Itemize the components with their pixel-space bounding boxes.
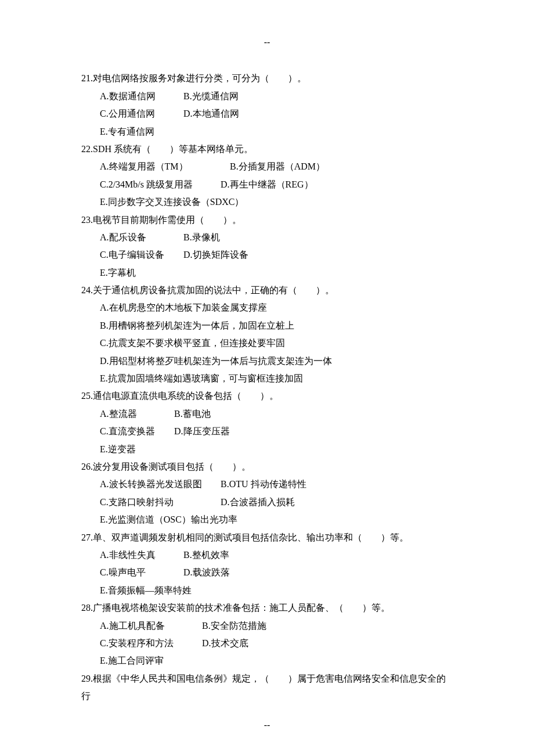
question-number: 27. <box>81 532 93 542</box>
question-stem: 23.电视节目前期制作需使用（ ）。 <box>81 211 453 229</box>
option: C.安装程序和方法 <box>100 635 202 652</box>
option: D.再生中继器（REG） <box>221 176 313 193</box>
page-content: -- 21.对电信网络按服务对象进行分类，可分为（ ）。A.数据通信网B.光缆通… <box>0 0 534 756</box>
question: 22.SDH 系统有（ ）等基本网络单元。A.终端复用器（TM）B.分插复用器（… <box>81 141 453 211</box>
option-row: C.直流变换器D.降压变压器 <box>81 423 453 440</box>
question-stem: 29.根据《中华人民共和国电信条例》规定，（ ）属于危害电信网络安全和信息安全的… <box>81 670 453 705</box>
option: C.支路口映射抖动 <box>100 494 221 511</box>
option: E.施工合同评审 <box>100 652 164 669</box>
option: D.用铝型材将整歹哇机架连为一体后与抗震支架连为一体 <box>100 352 332 370</box>
question: 24.关于通信机房设备抗震加固的说法中，正确的有（ ）。A.在机房悬空的木地板下… <box>81 282 453 387</box>
question: 21.对电信网络按服务对象进行分类，可分为（ ）。A.数据通信网B.光缆通信网C… <box>81 70 453 141</box>
option: E.同步数字交叉连接设备（SDXC） <box>100 193 244 211</box>
option: C.抗震支架不要求横平竖直，但连接处要牢固 <box>100 334 285 352</box>
option: D.合波器插入损耗 <box>221 494 295 511</box>
option: B.光缆通信网 <box>183 88 239 105</box>
question-stem-text: 广播电视塔桅架设安装前的技术准备包括：施工人员配备、（ ）等。 <box>93 603 390 613</box>
option: A.配乐设备 <box>100 229 183 246</box>
option: C.直流变换器 <box>100 423 174 440</box>
option: E.逆变器 <box>100 441 136 458</box>
option: E.音频振幅—频率特姓 <box>100 582 192 599</box>
option: D.降压变压器 <box>174 423 230 440</box>
option-row: A.施工机具配备B.安全防范措施 <box>81 617 453 635</box>
question-number: 23. <box>81 215 93 225</box>
option: C.公用通信网 <box>100 105 183 123</box>
option-row: D.用铝型材将整歹哇机架连为一体后与抗震支架连为一体 <box>81 352 453 370</box>
question-number: 25. <box>81 391 93 401</box>
question-stem-text: 电视节目前期制作需使用（ ）。 <box>93 215 241 225</box>
option: A.施工机具配备 <box>100 617 202 635</box>
question-stem-text: 对电信网络按服务对象进行分类，可分为（ ）。 <box>93 73 306 83</box>
option: E.字幕机 <box>100 264 136 282</box>
option-row: C.安装程序和方法D.技术交底 <box>81 635 453 652</box>
question-number: 29. <box>81 674 93 683</box>
question: 26.波分复用设备测试项目包括（ ）。A.波长转换器光发送眼图B.OTU 抖动传… <box>81 458 453 529</box>
option: B.分插复用器（ADM） <box>230 158 325 175</box>
question-stem: 26.波分复用设备测试项目包括（ ）。 <box>81 458 453 476</box>
option: D.技术交底 <box>202 635 248 652</box>
option: C.2/34Mb/s 跳级复用器 <box>100 176 221 193</box>
option: E.抗震加固墙终端如遇玻璃窗，可与窗框连接加固 <box>100 370 303 387</box>
question: 28.广播电视塔桅架设安装前的技术准备包括：施工人员配备、（ ）等。A.施工机具… <box>81 599 453 670</box>
question: 27.单、双声道调频发射机相同的测试项目包括信杂比、输出功率和（ ）等。A.非线… <box>81 529 453 600</box>
option: E.专有通信网 <box>100 123 154 141</box>
question-stem-text: 通信电源直流供电系统的设备包括（ ）。 <box>93 391 279 401</box>
option-row: E.专有通信网 <box>81 123 453 141</box>
option: B.蓄电池 <box>174 405 211 423</box>
question-stem: 24.关于通信机房设备抗震加固的说法中，正确的有（ ）。 <box>81 282 453 299</box>
option-row: C.2/34Mb/s 跳级复用器D.再生中继器（REG） <box>81 176 453 193</box>
question-stem: 25.通信电源直流供电系统的设备包括（ ）。 <box>81 387 453 405</box>
option-row: C.支路口映射抖动D.合波器插入损耗 <box>81 494 453 511</box>
option-row: A.在机房悬空的木地板下加装金属支撑座 <box>81 299 453 316</box>
option-row: E.光监测信道（OSC）输出光功率 <box>81 511 453 528</box>
option: B.整机效率 <box>183 546 229 564</box>
option-row: A.非线性失真B.整机效率 <box>81 546 453 564</box>
option-row: E.逆变器 <box>81 441 453 458</box>
option-row: C.电子编辑设备D.切换矩阵设备 <box>81 246 453 264</box>
question-number: 24. <box>81 285 93 295</box>
option-row: A.整流器B.蓄电池 <box>81 405 453 423</box>
question-stem-text: 波分复用设备测试项目包括（ ）。 <box>93 462 251 471</box>
option: B.OTU 抖动传递特性 <box>221 476 306 493</box>
option: B.用槽钢将整列机架连为一体后，加固在立桩上 <box>100 317 294 334</box>
question-stem-text: 关于通信机房设备抗震加固的说法中，正确的有（ ）。 <box>93 285 334 295</box>
option-row: C.噪声电平D.载波跌落 <box>81 564 453 581</box>
option: D.载波跌落 <box>183 564 230 581</box>
option-row: E.施工合同评审 <box>81 652 453 669</box>
option-row: E.同步数字交叉连接设备（SDXC） <box>81 193 453 211</box>
question: 25.通信电源直流供电系统的设备包括（ ）。A.整流器B.蓄电池C.直流变换器D… <box>81 387 453 458</box>
option: D.本地通信网 <box>183 105 239 123</box>
option: A.在机房悬空的木地板下加装金属支撑座 <box>100 299 267 316</box>
option: C.电子编辑设备 <box>100 246 183 264</box>
option-row: E.抗震加固墙终端如遇玻璃窗，可与窗框连接加固 <box>81 370 453 387</box>
footer-dashes: -- <box>81 717 453 734</box>
option: A.非线性失真 <box>100 546 183 564</box>
option: E.光监测信道（OSC）输出光功率 <box>100 511 237 528</box>
option: A.终端复用器（TM） <box>100 158 230 175</box>
question: 23.电视节目前期制作需使用（ ）。A.配乐设备B.录像机C.电子编辑设备D.切… <box>81 211 453 282</box>
option: A.波长转换器光发送眼图 <box>100 476 221 493</box>
question-stem: 21.对电信网络按服务对象进行分类，可分为（ ）。 <box>81 70 453 87</box>
question-number: 21. <box>81 73 93 83</box>
option-row: C.公用通信网D.本地通信网 <box>81 105 453 123</box>
question-stem-text: SDH 系统有（ ）等基本网络单元。 <box>93 144 253 154</box>
option-row: A.波长转换器光发送眼图B.OTU 抖动传递特性 <box>81 476 453 493</box>
question-number: 28. <box>81 603 93 613</box>
option-row: A.配乐设备B.录像机 <box>81 229 453 246</box>
option-row: B.用槽钢将整列机架连为一体后，加固在立桩上 <box>81 317 453 334</box>
question-number: 22. <box>81 144 93 154</box>
questions-container: 21.对电信网络按服务对象进行分类，可分为（ ）。A.数据通信网B.光缆通信网C… <box>81 70 453 705</box>
option-row: A.终端复用器（TM）B.分插复用器（ADM） <box>81 158 453 175</box>
option-row: E.音频振幅—频率特姓 <box>81 582 453 599</box>
option-row: C.抗震支架不要求横平竖直，但连接处要牢固 <box>81 334 453 352</box>
option: A.数据通信网 <box>100 88 183 105</box>
question: 29.根据《中华人民共和国电信条例》规定，（ ）属于危害电信网络安全和信息安全的… <box>81 670 453 705</box>
question-stem-text: 单、双声道调频发射机相同的测试项目包括信杂比、输出功率和（ ）等。 <box>93 532 409 542</box>
option: B.录像机 <box>183 229 220 246</box>
question-number: 26. <box>81 462 93 471</box>
option: B.安全防范措施 <box>202 617 266 635</box>
question-stem: 28.广播电视塔桅架设安装前的技术准备包括：施工人员配备、（ ）等。 <box>81 599 453 617</box>
option: A.整流器 <box>100 405 174 423</box>
option-row: A.数据通信网B.光缆通信网 <box>81 88 453 105</box>
question-stem: 22.SDH 系统有（ ）等基本网络单元。 <box>81 141 453 158</box>
